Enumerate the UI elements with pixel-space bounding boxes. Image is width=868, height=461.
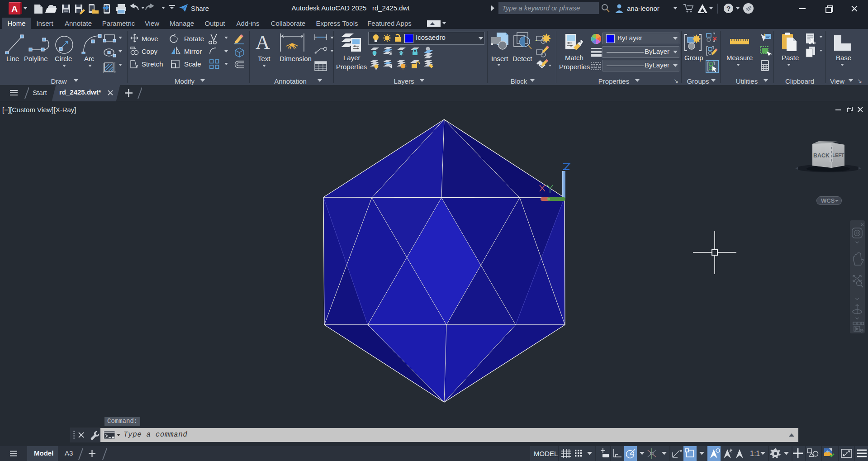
svg-text:BACK: BACK bbox=[813, 152, 830, 159]
svg-text:LEFT: LEFT bbox=[832, 152, 844, 158]
svg-text:A: A bbox=[11, 4, 18, 14]
svg-text:1:1: 1:1 bbox=[750, 450, 760, 457]
svg-text:MODEL: MODEL bbox=[534, 450, 558, 457]
